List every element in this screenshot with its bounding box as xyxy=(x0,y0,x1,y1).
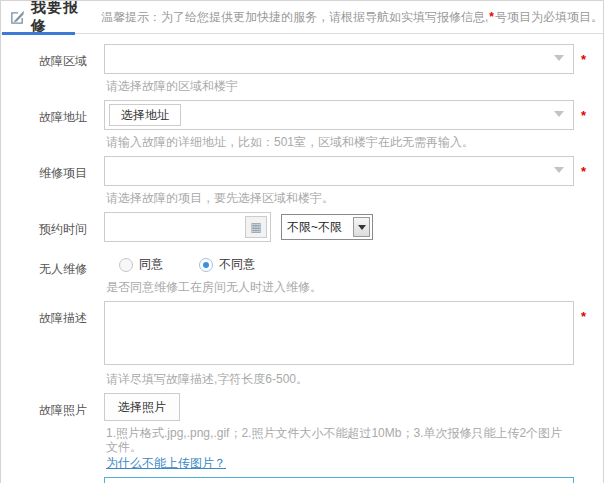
field-row-fault-area: 故障区域 请选择故障的区域和楼宇 * xyxy=(39,44,603,100)
form-body: 故障区域 请选择故障的区域和楼宇 * 故障地址 选择地址 请输入故障的详细地址，… xyxy=(1,34,603,483)
appointment-time-label: 预约时间 xyxy=(39,212,104,238)
field-row-fault-address: 故障地址 选择地址 请输入故障的详细地址，比如：501室，区域和楼宇在此无需再输… xyxy=(39,100,603,156)
calendar-icon[interactable]: ▦ xyxy=(245,216,267,238)
fault-address-hint: 请输入故障的详细地址，比如：501室，区域和楼宇在此无需再输入。 xyxy=(106,135,574,149)
field-row-repair-item: 维修项目 请选择故障的项目，要先选择区域和楼宇。 * xyxy=(39,156,603,212)
fault-area-hint: 请选择故障的区域和楼宇 xyxy=(106,79,574,93)
unattended-repair-label: 无人维修 xyxy=(39,249,104,278)
fault-description-hint: 请详尽填写故障描述,字符长度6-500。 xyxy=(106,372,574,386)
required-mark: * xyxy=(574,477,586,483)
header: 我要报修 温馨提示：为了给您提供更加快捷的服务，请根据导航如实填写报修信息,*号… xyxy=(1,1,603,34)
fault-address-label: 故障地址 xyxy=(39,100,104,126)
required-mark: * xyxy=(574,301,586,324)
time-range-value: 不限~不限 xyxy=(287,219,342,236)
fault-description-textarea[interactable] xyxy=(104,301,574,365)
appointment-date-input[interactable]: ▦ xyxy=(104,212,271,242)
radio-disagree-icon[interactable] xyxy=(199,258,213,272)
field-row-fault-description: 故障描述 请详尽填写故障描述,字符长度6-500。 * xyxy=(39,301,603,393)
why-cannot-upload-link[interactable]: 为什么不能上传图片？ xyxy=(106,456,226,470)
field-row-contact-phone: 联系电话 为了便于沟通问题，请输入不能是空且长度不小于10，什么时候发送短信通知… xyxy=(39,477,603,483)
edit-icon xyxy=(10,10,25,25)
title-accent-underline xyxy=(2,32,75,35)
fault-photo-hint: 1.照片格式.jpg,.png,.gif；2.照片文件大小不能超过10Mb；3.… xyxy=(106,426,574,454)
radio-agree-label: 同意 xyxy=(139,256,163,273)
required-mark: * xyxy=(574,100,586,123)
header-tip: 温馨提示：为了给您提供更加快捷的服务，请根据导航如实填写报修信息,*号项目为必填… xyxy=(101,9,603,26)
radio-option-agree[interactable]: 同意 xyxy=(119,256,163,273)
required-mark: * xyxy=(574,156,586,179)
repair-item-select[interactable] xyxy=(104,156,574,186)
radio-agree-icon[interactable] xyxy=(119,258,133,272)
field-row-unattended-repair: 无人维修 同意 不同意 是否同意维修工在房间无人时进入维修。 xyxy=(39,249,603,301)
chevron-down-icon[interactable] xyxy=(554,111,564,117)
contact-phone-label: 联系电话 xyxy=(39,477,104,483)
header-tip-text: 温馨提示：为了给您提供更加快捷的服务，请根据导航如实填写报修信息, xyxy=(101,10,488,24)
chevron-down-icon[interactable] xyxy=(554,167,564,173)
fault-description-label: 故障描述 xyxy=(39,301,104,327)
field-row-appointment-time: 预约时间 ▦ 不限~不限 xyxy=(39,212,603,242)
repair-request-form: 我要报修 温馨提示：为了给您提供更加快捷的服务，请根据导航如实填写报修信息,*号… xyxy=(0,0,604,483)
contact-phone-input[interactable] xyxy=(104,477,574,483)
select-photo-button[interactable]: 选择照片 xyxy=(104,393,180,421)
page-title: 我要报修 xyxy=(31,0,87,36)
chevron-down-icon[interactable] xyxy=(554,55,564,61)
repair-item-hint: 请选择故障的项目，要先选择区域和楼宇。 xyxy=(106,191,574,205)
unattended-repair-hint: 是否同意维修工在房间无人时进入维修。 xyxy=(106,280,574,294)
repair-item-label: 维修项目 xyxy=(39,156,104,182)
required-mark: * xyxy=(488,10,495,24)
time-range-select[interactable]: 不限~不限 xyxy=(281,214,373,240)
fault-area-select[interactable] xyxy=(104,44,574,74)
radio-option-disagree[interactable]: 不同意 xyxy=(199,256,255,273)
header-tip-suffix: 号项目为必填项目。 xyxy=(495,10,603,24)
required-mark: * xyxy=(574,44,586,67)
radio-disagree-label: 不同意 xyxy=(219,256,255,273)
fault-area-label: 故障区域 xyxy=(39,44,104,70)
select-address-button[interactable]: 选择地址 xyxy=(109,104,181,126)
field-row-fault-photo: 故障照片 选择照片 1.照片格式.jpg,.png,.gif；2.照片文件大小不… xyxy=(39,393,603,477)
fault-address-input[interactable]: 选择地址 xyxy=(104,100,574,130)
fault-photo-label: 故障照片 xyxy=(39,393,104,419)
dropdown-arrow-icon[interactable] xyxy=(353,217,370,237)
